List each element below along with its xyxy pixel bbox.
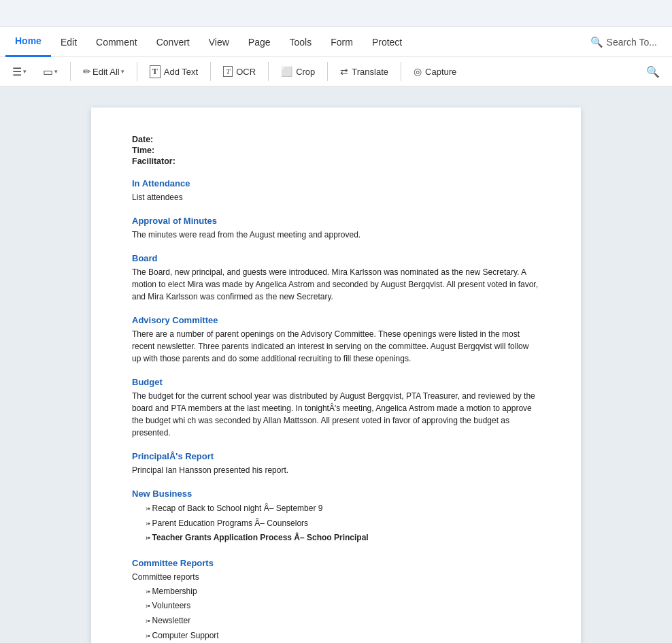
ocr-button[interactable]: T OCR [216, 60, 263, 83]
crop-label: Crop [296, 67, 315, 77]
add-text-icon: T [150, 65, 161, 78]
text-budget: The budget for the current school year w… [132, 390, 540, 439]
list-item: Volunteers [146, 599, 540, 614]
heading-principals-report: PrincipalÂ's Report [132, 451, 540, 461]
crop-button[interactable]: ⬜ Crop [274, 60, 322, 83]
menu-form[interactable]: Form [321, 27, 363, 57]
top-bar [0, 0, 672, 27]
toolbar: ☰ ▾ ▭ ▾ ✏ Edit All ▾ T Add Text T OCR ⬜ … [0, 57, 672, 87]
capture-icon: ◎ [414, 66, 422, 77]
text-board: The Board, new principal, and guests wer… [132, 266, 540, 303]
menu-tools[interactable]: Tools [280, 27, 322, 57]
view-button[interactable]: ▭ ▾ [36, 60, 65, 83]
capture-label: Capture [425, 67, 456, 77]
menu-bar: Home Edit Comment Convert View Page Tool… [0, 27, 672, 57]
facilitator-field: Facilitator: [132, 156, 540, 166]
add-text-button[interactable]: T Add Text [143, 60, 205, 83]
translate-icon: ⇄ [340, 66, 348, 77]
select-arrow: ▾ [23, 68, 27, 75]
edit-all-icon: ✏ [83, 66, 91, 77]
separator-1 [70, 62, 71, 81]
menu-search[interactable]: 🔍 Search To... [581, 36, 667, 48]
search-toolbar-button[interactable]: 🔍 [639, 60, 667, 83]
heading-committee-reports: Committee Reports [132, 558, 540, 568]
menu-comment[interactable]: Comment [86, 27, 147, 57]
list-item: Recap of Back to School night Â– Septemb… [146, 501, 540, 516]
select-icon: ☰ [12, 65, 22, 78]
edit-all-arrow: ▾ [121, 68, 124, 75]
add-text-label: Add Text [164, 67, 198, 77]
text-committee-reports: Committee reports [132, 571, 540, 583]
content-area: Date: Time: Facilitator: In Attendance L… [0, 87, 672, 643]
document: Date: Time: Facilitator: In Attendance L… [91, 108, 581, 643]
date-field: Date: [132, 135, 540, 144]
separator-6 [401, 62, 401, 81]
separator-3 [210, 62, 211, 81]
separator-2 [137, 62, 137, 81]
edit-all-button[interactable]: ✏ Edit All ▾ [76, 60, 131, 83]
search-toolbar-icon: 🔍 [646, 65, 660, 78]
heading-in-attendance: In Attendance [132, 178, 540, 188]
list-item: Computer Support [146, 629, 540, 643]
heading-approval: Approval of Minutes [132, 216, 540, 226]
menu-view[interactable]: View [199, 27, 239, 57]
heading-new-business: New Business [132, 489, 540, 499]
separator-4 [268, 62, 269, 81]
search-icon: 🔍 [590, 36, 603, 48]
list-item: Newsletter [146, 614, 540, 629]
capture-button[interactable]: ◎ Capture [407, 60, 463, 83]
search-label: Search To... [607, 37, 657, 48]
text-advisory: There are a number of parent openings on… [132, 328, 540, 365]
heading-board: Board [132, 253, 540, 263]
list-item: Membership [146, 584, 540, 599]
heading-advisory: Advisory Committee [132, 315, 540, 325]
separator-5 [327, 62, 328, 81]
edit-all-label: Edit All [93, 67, 120, 77]
list-item: Teacher Grants Application Process Â– Sc… [146, 531, 540, 546]
crop-icon: ⬜ [281, 66, 292, 77]
list-committee-reports: Membership Volunteers Newsletter Compute… [132, 584, 540, 643]
text-approval: The minutes were read from the August me… [132, 229, 540, 241]
text-in-attendance: List attendees [132, 191, 540, 203]
select-button[interactable]: ☰ ▾ [5, 60, 33, 83]
menu-page[interactable]: Page [239, 27, 280, 57]
view-arrow: ▾ [54, 68, 58, 75]
text-principals-report: Principal Ian Hansson presented his repo… [132, 464, 540, 476]
ocr-label: OCR [236, 67, 256, 77]
translate-button[interactable]: ⇄ Translate [333, 60, 395, 83]
list-item: Parent Education Programs Â– Counselors [146, 516, 540, 531]
heading-budget: Budget [132, 377, 540, 387]
menu-protect[interactable]: Protect [363, 27, 411, 57]
list-new-business: Recap of Back to School night Â– Septemb… [132, 501, 540, 546]
menu-edit[interactable]: Edit [51, 27, 86, 57]
ocr-icon: T [223, 66, 233, 77]
menu-convert[interactable]: Convert [147, 27, 199, 57]
translate-label: Translate [352, 67, 388, 77]
fields-block: Date: Time: Facilitator: [132, 135, 540, 166]
view-icon: ▭ [43, 65, 53, 78]
time-field: Time: [132, 146, 540, 155]
menu-home[interactable]: Home [5, 27, 51, 57]
